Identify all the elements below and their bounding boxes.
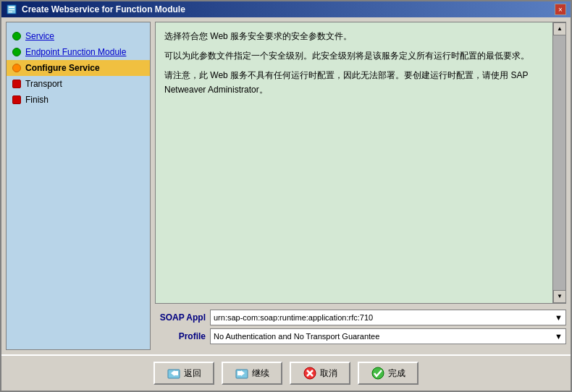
scroll-down-arrow[interactable]: ▼ [553, 290, 566, 303]
window-title: Create Webservice for Function Module [22, 4, 185, 14]
finish-button[interactable]: 完成 [358, 362, 419, 385]
nav-link-endpoint[interactable]: Endpoint Function Module [25, 47, 126, 57]
profile-value: No Authentication and No Transport Guara… [214, 332, 379, 341]
svg-rect-2 [9, 9, 14, 10]
finish-label: 完成 [388, 367, 405, 380]
next-label: 继续 [252, 367, 269, 380]
desc-line2: 可以为此参数文件指定一个安全级别。此安全级别将是该服务定义所有运行时配置的最低要… [164, 49, 542, 63]
main-window: Create Webservice for Function Module × … [0, 0, 572, 392]
nav-item-service[interactable]: Service [7, 28, 150, 44]
status-dot-finish [12, 95, 21, 104]
status-dot-service [12, 32, 21, 41]
status-dot-configure [12, 64, 21, 72]
form-area: SOAP Appl urn:sap-com:soap:runtime:appli… [155, 304, 566, 350]
description-text: 选择符合您 Web 服务安全要求的安全参数文件。 可以为此参数文件指定一个安全级… [164, 30, 557, 97]
nav-item-transport[interactable]: Transport [7, 76, 150, 92]
soap-appl-value: urn:sap-com:soap:runtime:application:rfc… [214, 313, 373, 322]
cancel-icon [303, 366, 317, 380]
soap-appl-dropdown-arrow[interactable]: ▼ [555, 313, 563, 322]
next-svg [235, 366, 249, 380]
nav-item-endpoint[interactable]: Endpoint Function Module [7, 44, 150, 60]
cancel-svg [303, 366, 317, 380]
profile-label: Profile [155, 331, 206, 341]
right-panel: 选择符合您 Web 服务安全要求的安全参数文件。 可以为此参数文件指定一个安全级… [155, 22, 566, 350]
nav-item-finish[interactable]: Finish [7, 92, 150, 108]
profile-row: Profile No Authentication and No Transpo… [155, 328, 566, 344]
profile-dropdown-arrow[interactable]: ▼ [555, 332, 563, 341]
description-scrollbar[interactable]: ▲ ▼ [552, 22, 565, 303]
scroll-track [553, 35, 565, 290]
status-dot-endpoint [12, 48, 21, 56]
title-bar: Create Webservice for Function Module × [1, 1, 571, 17]
nav-label-configure: Configure Service [25, 63, 100, 73]
soap-appl-input[interactable]: urn:sap-com:soap:runtime:application:rfc… [210, 310, 566, 325]
desc-line3: 请注意，此 Web 服务不具有任何运行时配置，因此无法部署。要创建运行时配置，请… [164, 69, 542, 96]
soap-appl-label: SOAP Appl [155, 312, 206, 323]
finish-icon [371, 366, 385, 380]
window-icon [6, 4, 17, 15]
finish-svg [371, 366, 385, 380]
footer: 返回 继续 取消 [1, 354, 571, 391]
svg-rect-1 [9, 7, 14, 8]
next-button[interactable]: 继续 [222, 362, 282, 385]
back-label: 返回 [184, 367, 201, 380]
content-area: Service Endpoint Function Module Configu… [1, 17, 571, 354]
next-icon [235, 366, 249, 380]
back-button[interactable]: 返回 [153, 362, 214, 385]
nav-item-configure[interactable]: Configure Service [7, 60, 150, 76]
close-button[interactable]: × [555, 4, 566, 15]
scroll-up-arrow[interactable]: ▲ [553, 22, 566, 35]
status-dot-transport [12, 80, 21, 88]
svg-rect-6 [174, 371, 178, 375]
description-box: 选择符合您 Web 服务安全要求的安全参数文件。 可以为此参数文件指定一个安全级… [155, 22, 566, 304]
nav-label-finish: Finish [25, 95, 49, 105]
profile-input[interactable]: No Authentication and No Transport Guara… [210, 328, 566, 344]
desc-line1: 选择符合您 Web 服务安全要求的安全参数文件。 [164, 30, 542, 43]
cancel-button[interactable]: 取消 [290, 362, 350, 385]
nav-link-service[interactable]: Service [25, 31, 54, 41]
back-icon [167, 366, 181, 380]
svg-rect-3 [9, 12, 12, 12]
back-svg [167, 366, 181, 380]
soap-appl-row: SOAP Appl urn:sap-com:soap:runtime:appli… [155, 310, 566, 325]
left-nav-panel: Service Endpoint Function Module Configu… [6, 22, 151, 350]
cancel-label: 取消 [320, 367, 337, 380]
title-bar-left: Create Webservice for Function Module [6, 4, 185, 15]
svg-rect-8 [237, 371, 241, 375]
nav-label-transport: Transport [25, 79, 62, 89]
